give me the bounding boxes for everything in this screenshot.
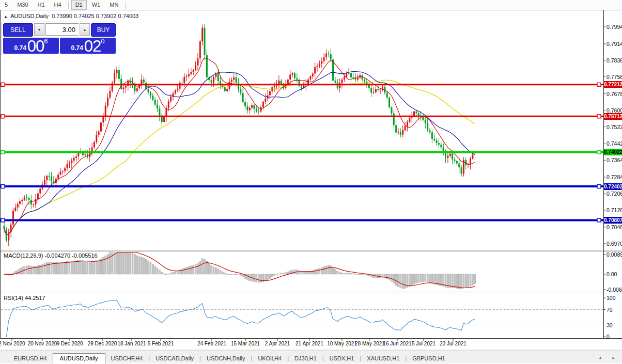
tab-dj30-h1[interactable]: DJ30,H1 xyxy=(289,354,322,363)
tab-scroll-left-icon[interactable]: ◂ xyxy=(599,355,601,360)
collapse-indicator-icon[interactable]: ▲ xyxy=(4,14,8,19)
chart-symbol: AUDUSD,Daily xyxy=(10,13,49,19)
buy-button[interactable]: BUY xyxy=(91,23,116,37)
tab-ukoil-h4[interactable]: UKOil,H4 xyxy=(252,354,287,363)
price-axis-label: 0.72060 xyxy=(607,191,622,197)
macd-axis-label: 0.008903 xyxy=(607,251,622,258)
date-axis-label: 10 May 2021 xyxy=(327,341,357,346)
volume-input[interactable] xyxy=(45,23,79,36)
rsi-axis-label: 0 xyxy=(607,334,610,340)
date-axis-label: 21 Apr 2021 xyxy=(296,341,323,346)
macd-axis-label: -0.00697 xyxy=(607,287,622,293)
date-axis-label: 9 Dec 2020 xyxy=(56,341,83,346)
sell-price-big-digits: 00 xyxy=(27,40,44,53)
buy-price-display[interactable]: 0.74 02 0 xyxy=(60,38,116,54)
hline-handle[interactable] xyxy=(597,218,601,222)
macd-axis-label: 0.00 xyxy=(607,271,617,277)
tab-usdx-h1[interactable]: USDX,H1 xyxy=(324,354,360,363)
price-axis-label: 0.72840 xyxy=(607,174,622,180)
price-axis-label: 0.69700 xyxy=(607,241,622,247)
price-line-badge: 0.77212 xyxy=(604,81,622,88)
date-axis-label: 24 Feb 2021 xyxy=(197,341,226,346)
hline-handle[interactable] xyxy=(1,83,5,86)
buy-price-prefix: 0.74 xyxy=(71,43,83,53)
date-axis-label: 23 Jul 2021 xyxy=(440,341,466,346)
rsi-axis-label: 30 xyxy=(607,322,613,328)
date-axis-label: 16 Jun 2021 xyxy=(383,341,411,346)
hline-handle[interactable] xyxy=(1,115,5,118)
date-axis-label: 28 May 2021 xyxy=(355,341,385,346)
price-axis-label: 0.73640 xyxy=(607,157,622,163)
date-axis-label: 15 Mar 2021 xyxy=(231,341,260,346)
price-axis-label: 0.76000 xyxy=(607,107,622,114)
tab-scroll-arrows: ◂▸ xyxy=(599,355,622,363)
date-axis-label: 5 Jul 2021 xyxy=(412,341,436,346)
rsi-label: RSI(14) 44.2517 xyxy=(4,295,45,301)
rsi-axis-label: 70 xyxy=(607,307,613,313)
macd-label: MACD(12,26,9) -0.004270 -0.005516 xyxy=(4,252,98,259)
sell-price-display[interactable]: 0.74 00 6 xyxy=(3,38,59,54)
price-line-badge: 0.74022 xyxy=(604,149,622,155)
date-axis-label: 5 Feb 2021 xyxy=(148,341,174,346)
hline-handle[interactable] xyxy=(597,115,601,118)
tab-xauusd-h1[interactable]: XAUUSD,H1 xyxy=(361,354,405,363)
hline-handle[interactable] xyxy=(597,83,601,86)
price-axis-label: 0.79940 xyxy=(607,24,622,30)
chart-ohlc-values: 0.73990 0.74025 0.73902 0.74003 xyxy=(52,13,138,19)
date-axis-label: 2 Apr 2021 xyxy=(265,341,290,346)
hline-handle[interactable] xyxy=(1,150,5,154)
price-axis-label: 0.76780 xyxy=(607,91,622,97)
tab-scroll-right-icon[interactable]: ▸ xyxy=(612,355,615,360)
buy-price-pip-digit: 0 xyxy=(101,38,104,44)
price-axis-label: 0.78360 xyxy=(607,57,622,64)
tab-audusd-daily[interactable]: AUDUSD,Daily xyxy=(53,353,105,364)
hline-handle[interactable] xyxy=(597,150,601,154)
spin-down-icon: ▾ xyxy=(38,27,40,32)
rsi-axis-label: 100 xyxy=(607,295,616,301)
volume-decrease-button[interactable]: ▾ xyxy=(34,23,44,36)
tab-usdcad-daily[interactable]: USDCAD,Daily xyxy=(150,354,199,363)
price-axis-label: 0.74420 xyxy=(607,140,622,147)
price-line-badge: 0.72402 xyxy=(604,183,622,190)
tab-eurusd-h4[interactable]: EURUSD,H4 xyxy=(8,354,53,363)
price-axis-label: 0.70480 xyxy=(607,224,622,230)
hline-handle[interactable] xyxy=(1,185,5,188)
sell-price-pip-digit: 6 xyxy=(44,38,48,44)
tab-usdchf-h4[interactable]: USDCHF,H4 xyxy=(105,354,149,363)
hline-handle[interactable] xyxy=(597,185,601,188)
date-axis-label: 20 Nov 2020 xyxy=(28,341,57,346)
tab-gbpusd-h1[interactable]: GBPUSD,H1 xyxy=(407,354,451,363)
volume-increase-button[interactable]: ▴ xyxy=(80,23,90,36)
date-axis-label: 18 Jan 2021 xyxy=(117,341,146,346)
price-axis-label: 0.71280 xyxy=(607,207,622,213)
price-line-badge: 0.70807 xyxy=(604,217,622,224)
spin-up-icon: ▴ xyxy=(84,27,86,32)
price-axis-label: 0.77580 xyxy=(607,74,622,80)
chart-title: ▲AUDUSD,Daily 0.73990 0.74025 0.73902 0.… xyxy=(4,13,138,19)
price-axis-label: 0.79140 xyxy=(607,41,622,47)
price-line-badge: 0.75712 xyxy=(604,113,622,120)
one-click-trading-widget: SELL ▾ ▴ BUY 0.74 00 6 0.74 02 0 xyxy=(2,22,117,55)
buy-price-big-digits: 02 xyxy=(84,40,101,53)
sell-price-prefix: 0.74 xyxy=(14,43,26,53)
date-axis-label: 2 Nov 2020 xyxy=(0,341,25,346)
hline-handle[interactable] xyxy=(1,218,5,222)
trading-terminal: 5M30H1H4D1W1MN ▲AUDUSD,Daily 0.73990 0.7… xyxy=(0,0,622,364)
date-axis-label: 29 Dec 2020 xyxy=(88,341,117,346)
sell-button[interactable]: SELL xyxy=(3,23,33,37)
tab-usdcnh-daily[interactable]: USDCNH,Daily xyxy=(201,354,251,363)
symbol-tab-bar: EURUSD,H4AUDUSD,DailyUSDCHF,H4|USDCAD,Da… xyxy=(0,351,622,363)
price-axis-label: 0.75220 xyxy=(607,124,622,130)
